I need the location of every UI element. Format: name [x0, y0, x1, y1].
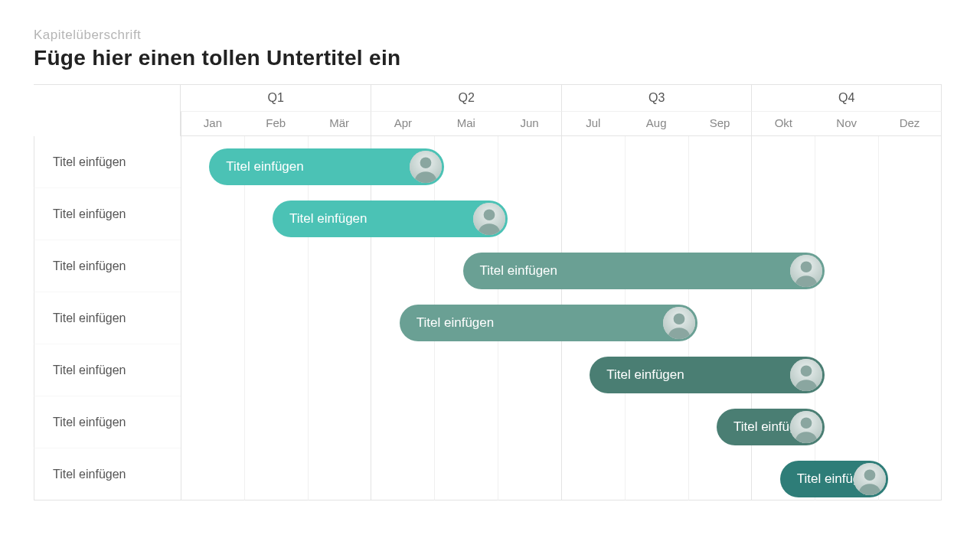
- gantt-chart: Q1Q2Q3Q4JanFebMärAprMaiJunJulAugSepOktNo…: [34, 84, 946, 500]
- avatar-icon: [663, 307, 695, 339]
- avatar-icon: [410, 151, 442, 183]
- quarter-header: Q1: [181, 84, 371, 112]
- month-header: Mai: [434, 112, 498, 136]
- quarter-header: Q4: [751, 84, 941, 112]
- month-header: Apr: [371, 112, 434, 136]
- month-header: Sep: [688, 112, 752, 136]
- month-header: Mär: [308, 112, 371, 136]
- avatar-icon: [473, 203, 505, 235]
- gantt-bar[interactable]: Titel einfügen: [590, 357, 824, 393]
- avatar-icon: [790, 411, 822, 443]
- svg-point-13: [864, 469, 875, 481]
- bar-label: Titel einfügen: [226, 159, 303, 174]
- row-label: Titel einfügen: [34, 396, 181, 448]
- bar-label: Titel einfügen: [289, 211, 367, 227]
- month-header: Aug: [625, 112, 688, 136]
- month-header: Okt: [751, 112, 815, 136]
- svg-point-1: [420, 157, 431, 168]
- svg-point-5: [800, 261, 812, 272]
- month-header: Jun: [498, 112, 561, 136]
- bar-label: Titel einfügen: [606, 367, 684, 383]
- row-label: Titel einfügen: [34, 240, 181, 292]
- row-label: Titel einfügen: [34, 188, 181, 240]
- month-header: Jul: [561, 112, 625, 136]
- gantt-bar[interactable]: Titel einfügen: [400, 305, 697, 341]
- page-title: Füge hier einen tollen Untertitel ein: [34, 46, 946, 70]
- quarter-header: Q2: [371, 84, 560, 112]
- month-header: Feb: [244, 112, 308, 136]
- kicker-text: Kapitelüberschrift: [34, 28, 946, 43]
- gantt-bar[interactable]: Titel einfügen: [780, 461, 888, 497]
- avatar-icon: [790, 255, 822, 287]
- bar-label: Titel einfügen: [480, 263, 557, 279]
- row-label: Titel einfügen: [34, 292, 181, 344]
- row-label: Titel einfügen: [34, 448, 181, 500]
- gantt-bar[interactable]: Titel einfügen: [717, 409, 825, 445]
- month-header: Jan: [181, 112, 244, 136]
- month-header: Nov: [815, 112, 878, 136]
- avatar-icon: [854, 463, 886, 495]
- svg-point-3: [483, 209, 495, 220]
- row-label: Titel einfügen: [34, 344, 181, 396]
- svg-point-9: [800, 365, 812, 377]
- quarter-header: Q3: [561, 84, 751, 112]
- gantt-bar[interactable]: Titel einfügen: [463, 253, 825, 289]
- svg-point-11: [800, 417, 812, 429]
- gantt-bar[interactable]: Titel einfügen: [273, 201, 507, 237]
- gantt-bar[interactable]: Titel einfügen: [209, 148, 443, 185]
- avatar-icon: [790, 359, 822, 391]
- month-header: Dez: [878, 112, 942, 136]
- svg-point-7: [674, 313, 685, 324]
- row-label: Titel einfügen: [34, 136, 181, 188]
- bar-label: Titel einfügen: [416, 315, 494, 331]
